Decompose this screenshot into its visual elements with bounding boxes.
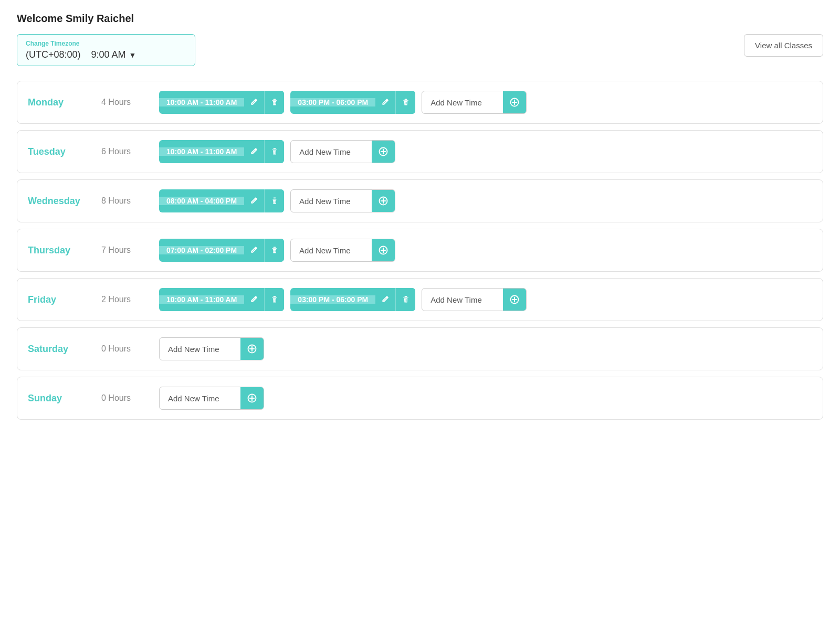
- day-name-thursday: Thursday: [28, 245, 91, 256]
- day-row-saturday: Saturday0 HoursAdd New Time: [17, 327, 823, 370]
- time-slot-label: 07:00 AM - 02:00 PM: [159, 246, 244, 254]
- add-new-time-button[interactable]: Add New Time: [422, 91, 527, 114]
- welcome-title: Welcome Smily Raichel: [17, 13, 823, 25]
- delete-slot-button[interactable]: [264, 189, 284, 212]
- add-new-time-label: Add New Time: [291, 246, 372, 255]
- day-hours-tuesday: 6 Hours: [101, 147, 149, 156]
- view-all-classes-button[interactable]: View all Classes: [744, 34, 823, 57]
- dropdown-arrow-icon[interactable]: ▼: [129, 51, 136, 59]
- add-new-time-button[interactable]: Add New Time: [290, 189, 395, 212]
- timezone-box: Change Timezone (UTC+08:00) 9:00 AM ▼: [17, 34, 195, 66]
- add-new-time-button[interactable]: Add New Time: [290, 140, 395, 163]
- add-new-time-label: Add New Time: [160, 345, 240, 354]
- day-row-sunday: Sunday0 HoursAdd New Time: [17, 377, 823, 420]
- add-new-time-label: Add New Time: [291, 197, 372, 206]
- time-slot: 10:00 AM - 11:00 AM: [159, 288, 284, 311]
- day-hours-friday: 2 Hours: [101, 295, 149, 304]
- edit-slot-button[interactable]: [244, 140, 264, 163]
- time-slots-wednesday: 08:00 AM - 04:00 PMAdd New Time: [159, 189, 395, 212]
- day-row-tuesday: Tuesday6 Hours10:00 AM - 11:00 AMAdd New…: [17, 130, 823, 173]
- time-slot: 10:00 AM - 11:00 AM: [159, 140, 284, 163]
- delete-slot-button[interactable]: [264, 91, 284, 114]
- add-time-plus-icon[interactable]: [503, 91, 526, 114]
- day-name-tuesday: Tuesday: [28, 146, 91, 157]
- time-slot-label: 10:00 AM - 11:00 AM: [159, 295, 244, 304]
- add-new-time-button[interactable]: Add New Time: [159, 387, 264, 410]
- time-slots-friday: 10:00 AM - 11:00 AM03:00 PM - 06:00 PMAd…: [159, 288, 527, 311]
- edit-slot-button[interactable]: [375, 288, 395, 311]
- add-new-time-button[interactable]: Add New Time: [290, 239, 395, 262]
- schedule-container: Monday4 Hours10:00 AM - 11:00 AM03:00 PM…: [17, 81, 823, 420]
- day-row-friday: Friday2 Hours10:00 AM - 11:00 AM03:00 PM…: [17, 278, 823, 321]
- day-row-thursday: Thursday7 Hours07:00 AM - 02:00 PMAdd Ne…: [17, 229, 823, 272]
- time-slots-saturday: Add New Time: [159, 337, 264, 360]
- day-row-monday: Monday4 Hours10:00 AM - 11:00 AM03:00 PM…: [17, 81, 823, 124]
- add-new-time-label: Add New Time: [160, 394, 240, 403]
- edit-slot-button[interactable]: [244, 288, 264, 311]
- add-time-plus-icon[interactable]: [372, 140, 395, 163]
- day-hours-wednesday: 8 Hours: [101, 196, 149, 206]
- add-new-time-label: Add New Time: [291, 147, 372, 156]
- timezone-time: 9:00 AM: [91, 49, 126, 60]
- delete-slot-button[interactable]: [395, 91, 415, 114]
- day-hours-saturday: 0 Hours: [101, 344, 149, 354]
- time-slot-label: 03:00 PM - 06:00 PM: [290, 98, 375, 106]
- add-time-plus-icon[interactable]: [503, 288, 526, 311]
- day-name-sunday: Sunday: [28, 393, 91, 404]
- time-slots-sunday: Add New Time: [159, 387, 264, 410]
- time-slot: 10:00 AM - 11:00 AM: [159, 91, 284, 114]
- edit-slot-button[interactable]: [375, 91, 395, 114]
- time-slot-label: 10:00 AM - 11:00 AM: [159, 98, 244, 106]
- time-slots-thursday: 07:00 AM - 02:00 PMAdd New Time: [159, 239, 395, 262]
- edit-slot-button[interactable]: [244, 239, 264, 262]
- add-new-time-button[interactable]: Add New Time: [159, 337, 264, 360]
- day-name-monday: Monday: [28, 97, 91, 108]
- time-slot-label: 08:00 AM - 04:00 PM: [159, 197, 244, 205]
- add-new-time-label: Add New Time: [422, 295, 503, 304]
- edit-slot-button[interactable]: [244, 189, 264, 212]
- add-time-plus-icon[interactable]: [240, 337, 264, 360]
- time-slot: 03:00 PM - 06:00 PM: [290, 288, 415, 311]
- time-slot: 08:00 AM - 04:00 PM: [159, 189, 284, 212]
- add-time-plus-icon[interactable]: [240, 387, 264, 410]
- timezone-utc: (UTC+08:00): [26, 49, 81, 60]
- time-slot-label: 03:00 PM - 06:00 PM: [290, 295, 375, 304]
- time-slot: 03:00 PM - 06:00 PM: [290, 91, 415, 114]
- day-row-wednesday: Wednesday8 Hours08:00 AM - 04:00 PMAdd N…: [17, 179, 823, 222]
- time-slots-tuesday: 10:00 AM - 11:00 AMAdd New Time: [159, 140, 395, 163]
- edit-slot-button[interactable]: [244, 91, 264, 114]
- delete-slot-button[interactable]: [264, 288, 284, 311]
- delete-slot-button[interactable]: [264, 239, 284, 262]
- add-new-time-button[interactable]: Add New Time: [422, 288, 527, 311]
- add-time-plus-icon[interactable]: [372, 189, 395, 212]
- time-slot-label: 10:00 AM - 11:00 AM: [159, 147, 244, 156]
- day-name-saturday: Saturday: [28, 344, 91, 355]
- day-name-wednesday: Wednesday: [28, 196, 91, 207]
- add-time-plus-icon[interactable]: [372, 239, 395, 262]
- day-hours-monday: 4 Hours: [101, 98, 149, 107]
- delete-slot-button[interactable]: [264, 140, 284, 163]
- add-new-time-label: Add New Time: [422, 98, 503, 107]
- delete-slot-button[interactable]: [395, 288, 415, 311]
- day-hours-thursday: 7 Hours: [101, 246, 149, 255]
- time-slots-monday: 10:00 AM - 11:00 AM03:00 PM - 06:00 PMAd…: [159, 91, 527, 114]
- timezone-label: Change Timezone: [26, 40, 186, 47]
- day-hours-sunday: 0 Hours: [101, 393, 149, 403]
- time-slot: 07:00 AM - 02:00 PM: [159, 239, 284, 262]
- day-name-friday: Friday: [28, 294, 91, 305]
